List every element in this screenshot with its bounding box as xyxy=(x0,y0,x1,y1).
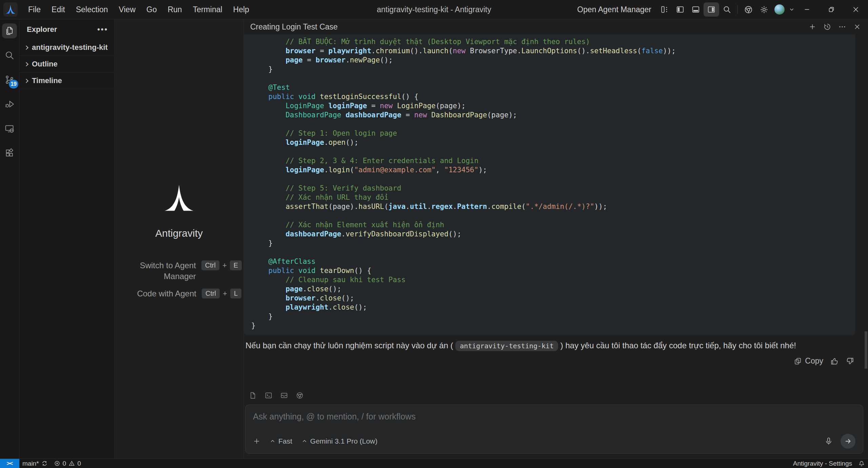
code-line: } xyxy=(251,312,855,321)
problems-indicator[interactable]: 0 0 xyxy=(51,459,84,468)
activity-bar: 19 xyxy=(0,19,19,459)
sidebar-section-antigravity-testing-kit[interactable]: antigravity-testing-kit xyxy=(19,39,114,56)
branch-indicator[interactable]: main* xyxy=(19,459,51,468)
chrome-icon[interactable] xyxy=(741,2,756,17)
code-block[interactable]: // BẮT BUỘC: Mở trình duyệt thật (Deskto… xyxy=(244,34,855,335)
kbd-ctrl: Ctrl xyxy=(202,289,220,298)
code-line xyxy=(251,120,855,129)
scm-badge: 19 xyxy=(9,80,18,89)
code-line: // Cleanup sau khi test Pass xyxy=(251,275,855,285)
code-line: dashboardPage.verifyDashboardDisplayed()… xyxy=(251,230,855,239)
chevron-right-icon xyxy=(24,79,28,83)
menu-selection[interactable]: Selection xyxy=(71,3,113,17)
add-context-button[interactable] xyxy=(253,437,260,445)
code-line: public void tearDown() { xyxy=(251,266,855,275)
code-line: browser = playwright.chromium().launch(n… xyxy=(251,46,855,56)
attach-inbox-icon[interactable] xyxy=(279,390,289,401)
minimize-button[interactable] xyxy=(795,0,819,19)
code-line: @AfterClass xyxy=(251,257,855,266)
sidebar-section-outline[interactable]: Outline xyxy=(19,56,114,73)
editor-area: Antigravity Switch to Agent ManagerCtrl+… xyxy=(115,19,243,459)
code-line: // Xác nhận URL thay đổi xyxy=(251,193,855,202)
menu-view[interactable]: View xyxy=(114,3,140,17)
activity-source-control-icon[interactable]: 19 xyxy=(2,72,17,87)
send-button[interactable] xyxy=(841,434,855,449)
account-avatar[interactable] xyxy=(772,2,787,17)
agent-manager-layout-icon[interactable] xyxy=(657,2,672,17)
section-label: Timeline xyxy=(32,76,62,85)
model-label: Gemini 3.1 Pro (Low) xyxy=(310,437,377,445)
menu-run[interactable]: Run xyxy=(162,3,187,17)
sidebar-more-actions-icon[interactable]: ••• xyxy=(97,25,108,34)
notifications-bell-icon[interactable] xyxy=(855,459,868,468)
toggle-secondary-sidebar-icon[interactable] xyxy=(704,2,719,17)
welcome-shortcuts: Switch to Agent ManagerCtrl+ECode with A… xyxy=(116,260,242,299)
settings-gear-icon[interactable] xyxy=(756,2,772,17)
sidebar-title: Explorer xyxy=(27,25,57,34)
avatar xyxy=(774,4,785,15)
thumbs-up-icon[interactable] xyxy=(830,357,839,366)
kbd-ctrl: Ctrl xyxy=(201,260,219,270)
activity-remote-explorer-icon[interactable] xyxy=(2,121,17,136)
shortcut-keys: Ctrl+L xyxy=(202,288,241,298)
close-panel-icon[interactable] xyxy=(850,21,864,33)
attach-terminal-icon[interactable] xyxy=(263,390,274,401)
speed-selector[interactable]: Fast xyxy=(270,437,292,445)
code-line: DashboardPage dashboardPage = new Dashbo… xyxy=(251,111,855,120)
chat-panel-header: Creating Login Test Case xyxy=(244,19,868,34)
window-title: antigravity-testing-kit - Antigravity xyxy=(377,5,491,14)
model-selector[interactable]: Gemini 3.1 Pro (Low) xyxy=(302,437,377,445)
more-actions-icon[interactable] xyxy=(835,21,849,33)
activity-explorer-icon[interactable] xyxy=(2,23,17,38)
code-line: // Step 2, 3 & 4: Enter credentials and … xyxy=(251,156,855,165)
code-line: // BẮT BUỘC: Mở trình duyệt thật (Deskto… xyxy=(251,37,855,46)
panel-scrollbar[interactable] xyxy=(865,331,867,369)
attach-browser-icon[interactable] xyxy=(295,390,305,401)
app-logo-icon[interactable] xyxy=(3,2,18,17)
toggle-primary-sidebar-icon[interactable] xyxy=(672,2,688,17)
shortcut-label: Switch to Agent Manager xyxy=(116,260,196,281)
new-conversation-icon[interactable] xyxy=(806,21,819,33)
activity-search-icon[interactable] xyxy=(2,48,17,63)
menu-edit[interactable]: Edit xyxy=(46,3,70,17)
code-line: page.close(); xyxy=(251,285,855,294)
activity-run-debug-icon[interactable] xyxy=(2,97,17,112)
attach-row xyxy=(245,390,863,405)
mic-icon[interactable] xyxy=(824,437,833,446)
activity-extensions-icon[interactable] xyxy=(2,145,17,160)
sidebar-section-timeline[interactable]: Timeline xyxy=(19,73,114,89)
search-icon[interactable] xyxy=(719,2,735,17)
chevron-down-icon[interactable] xyxy=(789,6,795,13)
code-line: } xyxy=(251,321,855,330)
copy-button[interactable]: Copy xyxy=(794,356,823,366)
history-icon[interactable] xyxy=(821,21,834,33)
toggle-panel-icon[interactable] xyxy=(688,2,704,17)
code-line: browser.close(); xyxy=(251,294,855,303)
code-line: // Step 1: Open login page xyxy=(251,129,855,138)
menu-file[interactable]: File xyxy=(23,3,46,17)
close-button[interactable] xyxy=(844,0,868,19)
warnings-count: 0 xyxy=(77,460,81,467)
open-agent-manager-button[interactable]: Open Agent Manager xyxy=(577,5,651,14)
chat-input-box[interactable]: Ask anything, @ to mention, / for workfl… xyxy=(245,405,863,454)
attach-file-icon[interactable] xyxy=(248,390,258,401)
sidebar-sections: antigravity-testing-kitOutlineTimeline xyxy=(19,39,114,89)
code-line xyxy=(251,175,855,184)
menu-help[interactable]: Help xyxy=(228,3,254,17)
explorer-sidebar: Explorer ••• antigravity-testing-kitOutl… xyxy=(19,19,115,459)
code-line xyxy=(251,147,855,156)
restore-button[interactable] xyxy=(819,0,844,19)
status-bar: >< main* 0 0 Antigravity - Settings xyxy=(0,459,868,468)
remote-indicator[interactable]: >< xyxy=(0,459,19,468)
menu-go[interactable]: Go xyxy=(141,3,162,17)
menu-terminal[interactable]: Terminal xyxy=(188,3,228,17)
assistant-message: Nếu bạn cần chạy thử luôn nghiệm script … xyxy=(244,335,868,350)
branch-label: main* xyxy=(22,460,39,467)
status-settings[interactable]: Antigravity - Settings xyxy=(790,459,855,468)
message-actions: Copy xyxy=(244,350,868,366)
thumbs-down-icon[interactable] xyxy=(846,357,854,366)
title-bar: FileEditSelectionViewGoRunTerminalHelp a… xyxy=(0,0,868,19)
message-text-pre: Nếu bạn cần chạy thử luôn nghiệm script … xyxy=(245,341,455,350)
shortcut-row: Code with AgentCtrl+L xyxy=(117,288,241,299)
code-line: LoginPage loginPage = new LoginPage(page… xyxy=(251,101,855,111)
